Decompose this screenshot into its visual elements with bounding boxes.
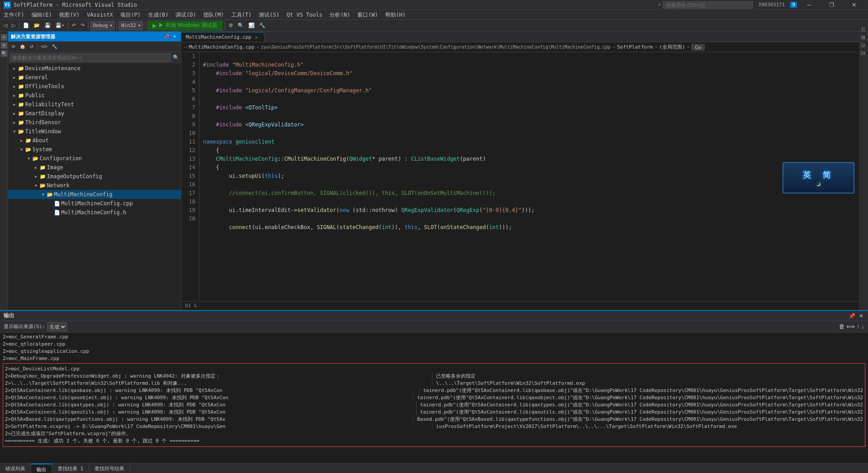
breadcrumb-file[interactable]: MultiMachineConfig.cpp (189, 44, 255, 50)
output-close-button[interactable]: ✕ (858, 313, 864, 319)
toolbar-back[interactable]: ◁ (2, 21, 9, 31)
menu-build[interactable]: 生成(B) (144, 10, 172, 20)
menu-qtvs[interactable]: Qt VS Tools (283, 10, 326, 20)
tree-item-titlewindow[interactable]: ▼ 📂 TitleWindow (8, 127, 181, 136)
activity-icon-1[interactable]: ≡ (1, 34, 7, 41)
solution-tree[interactable]: ▶ 📁 DeviceMaintenance ▶ 📁 General ▶ 📁 Of… (8, 63, 181, 310)
tab-error-list[interactable]: 错误列表 (0, 464, 31, 473)
menu-test[interactable]: 测试(S) (255, 10, 283, 20)
menu-view[interactable]: 视图(V) (55, 10, 83, 20)
minimize-button[interactable]: ─ (799, 0, 819, 10)
toolbar-redo[interactable]: ↷ (79, 21, 86, 31)
menu-tools[interactable]: 工具(T) (228, 10, 256, 20)
folder-icon: 📂 (18, 129, 24, 134)
tree-item-system[interactable]: ▼ 📂 System (8, 145, 181, 154)
solution-search-input[interactable] (10, 54, 171, 62)
sol-filter-button[interactable]: 🔧 (50, 42, 59, 52)
tree-item-imageoutputconfig[interactable]: ▶ 📁 ImageOutputConfig (8, 172, 181, 181)
menu-window[interactable]: 窗口(W) (354, 10, 382, 20)
activity-icon-2[interactable]: ⊞ (1, 42, 7, 49)
toolbar-extra-1[interactable]: ⚙ (227, 21, 235, 31)
tree-item-smartdisplay[interactable]: ▶ 📁 SmartDisplay (8, 109, 181, 118)
tree-item-multimachineconfig-cpp[interactable]: ▶ 📄 MultiMachineConfig.cpp (8, 199, 181, 208)
toolbar-save-all[interactable]: 💾+ (54, 21, 66, 31)
menu-edit[interactable]: 编辑(E) (28, 10, 56, 20)
tree-item-general[interactable]: ▶ 📁 General (8, 73, 181, 82)
toolbar-new[interactable]: 📄 (21, 21, 31, 31)
expand-arrow: ▼ (33, 183, 39, 188)
platform-dropdown[interactable]: Win32 ▾ (119, 21, 143, 30)
sol-code-button[interactable]: </> (39, 42, 49, 52)
tab-close-button[interactable]: ✕ (253, 34, 260, 41)
output-source-select[interactable]: 生成 (47, 322, 67, 331)
close-button[interactable]: ✕ (844, 0, 864, 10)
panel-close-button[interactable]: ✕ (171, 33, 178, 40)
tree-item-offlinetools[interactable]: ▶ 📁 OfflineTools (8, 82, 181, 91)
output-error-line: 2>Debug\moc_UpgradeProfessionWidget.obj … (5, 373, 863, 380)
expand-arrow: ▶ (12, 84, 17, 89)
toolbar-extra-3[interactable]: 📊 (247, 21, 256, 31)
menu-debug[interactable]: 调试(D) (172, 10, 200, 20)
output-line-right: \..\..\Target\SoftPlatform\Win32\SoftPla… (432, 380, 863, 387)
vtab-2[interactable]: 释 (859, 39, 868, 47)
tree-item-image[interactable]: ▶ 📁 Image (8, 163, 181, 172)
tab-find-symbol[interactable]: 查找符号结果 (89, 464, 130, 473)
banner-text: 英 简 (803, 170, 835, 180)
tree-item-public[interactable]: ▶ 📁 Public (8, 91, 181, 100)
tree-item-configuration[interactable]: ▼ 📂 Configuration (8, 154, 181, 163)
output-wrap-btn[interactable]: ⟺ (846, 323, 855, 330)
sol-home-button[interactable]: 🏠 (18, 42, 27, 52)
vtab-1[interactable]: 注 (859, 32, 868, 39)
tree-item-multimachineconfig-h[interactable]: ▶ 📄 MultiMachineConfig.h (8, 208, 181, 217)
code-editor[interactable]: 1 2 3 4 5 6 7 8 9 10 11 12 13 14 15 16 1… (181, 52, 868, 301)
go-button[interactable]: Go (692, 44, 705, 50)
vtab-3[interactable]: 代 (859, 47, 868, 54)
output-summary-line: ========== 生成: 成功 2 个, 失败 0 个, 最新 0 个, 跳… (5, 437, 863, 445)
toolbar-forward[interactable]: ▷ (10, 21, 17, 31)
vtab-4[interactable]: 码 (859, 54, 868, 62)
tree-item-devicemaintenance[interactable]: ▶ 📁 DeviceMaintenance (8, 64, 181, 73)
editor-breadcrumb: → MultiMachineConfig.cpp → zyu\GeniusPro… (181, 42, 868, 52)
output-clear-btn[interactable]: 🗑 (839, 323, 845, 330)
tree-item-thirdsensor[interactable]: ▶ 📁 ThirdSensor (8, 118, 181, 127)
activity-icon-3[interactable]: 🔍 (1, 50, 7, 57)
sol-sync-button[interactable]: ⟳ (10, 42, 17, 52)
menu-vassistx[interactable]: VAssistX (83, 10, 117, 20)
toolbar-save[interactable]: 💾 (43, 21, 53, 31)
menu-analyze[interactable]: 分析(N) (326, 10, 354, 20)
run-button[interactable]: ▶ ▶ 本地 Windows 调试器 (147, 21, 223, 31)
debug-config-dropdown[interactable]: Debug ▾ (90, 21, 115, 30)
breadcrumb-global[interactable]: (全局范围) (659, 44, 685, 50)
code-content[interactable]: #include "MultiMachineConfig.h" #include… (199, 52, 868, 301)
tab-find-results-1[interactable]: 查找结果 1 (52, 464, 89, 473)
menu-file[interactable]: 文件(F) (0, 10, 28, 20)
toolbar-undo[interactable]: ↶ (70, 21, 78, 31)
toolbar-extra-2[interactable]: 🔍 (236, 21, 246, 31)
tree-item-reliabilitytest[interactable]: ▶ 📁 ReliabilityTest (8, 100, 181, 109)
menu-project[interactable]: 项目(P) (117, 10, 144, 20)
editor-tab-multimachineconfig[interactable]: MultiMachineConfig.cpp ✕ (181, 32, 265, 42)
tree-item-multimachineconfig[interactable]: ▼ 📂 MultiMachineConfig (8, 190, 181, 199)
toolbar-extra-4[interactable]: 🔧 (257, 21, 267, 31)
tab-output[interactable]: 输出 (31, 464, 52, 473)
output-pin-button[interactable]: 📌 (848, 313, 856, 319)
output-down-btn[interactable]: ↓ (861, 323, 864, 330)
menu-team[interactable]: 团队(M) (200, 10, 228, 20)
tree-item-network[interactable]: ▼ 📂 Network (8, 181, 181, 190)
breadcrumb-sep-1: → (256, 44, 259, 50)
output-up-btn[interactable]: ↑ (857, 323, 860, 330)
toolbar-open[interactable]: 📂 (32, 21, 42, 31)
breadcrumb-scope[interactable]: SoftPlatform (617, 44, 652, 50)
panel-pin-button[interactable]: 📌 (163, 33, 170, 40)
restore-button[interactable]: ❐ (821, 0, 842, 10)
output-error-line: 2>SoftPlatform.vcxproj -> D:\GuangPoWork… (5, 423, 863, 430)
folder-icon: 📁 (18, 84, 24, 89)
folder-icon: 📂 (32, 156, 39, 161)
menu-help[interactable]: 帮助(H) (382, 10, 409, 20)
sol-refresh-button[interactable]: ↺ (28, 42, 35, 52)
output-content[interactable]: 2>moc_GeneralFrame.cpp 2>moc_qtlocalpeer… (0, 333, 868, 463)
output-line-left: 2>\..\..\Target\SoftPlatform\Win32\SoftP… (5, 380, 432, 387)
quick-launch-input[interactable] (663, 1, 753, 9)
tree-item-about[interactable]: ▶ 📁 About (8, 136, 181, 145)
output-line-right: tainerd.pdb"(使用"Qt5AxContainerd.lib(qaxb… (419, 387, 863, 394)
